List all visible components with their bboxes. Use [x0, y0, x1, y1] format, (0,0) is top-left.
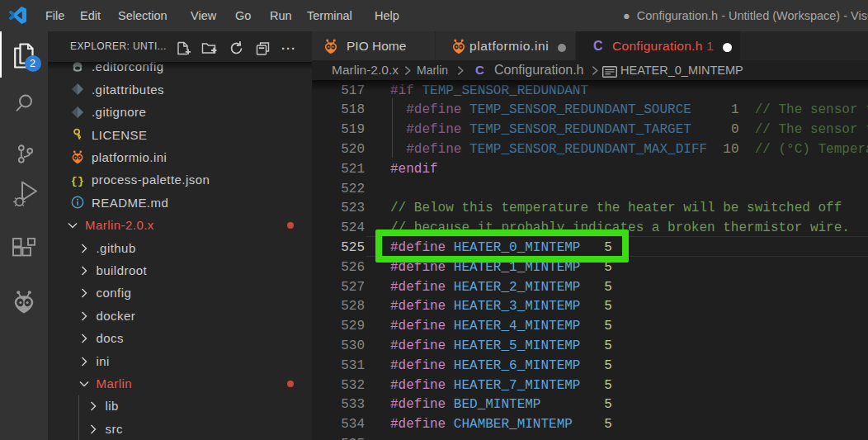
- svg-text:{}: {}: [71, 174, 84, 187]
